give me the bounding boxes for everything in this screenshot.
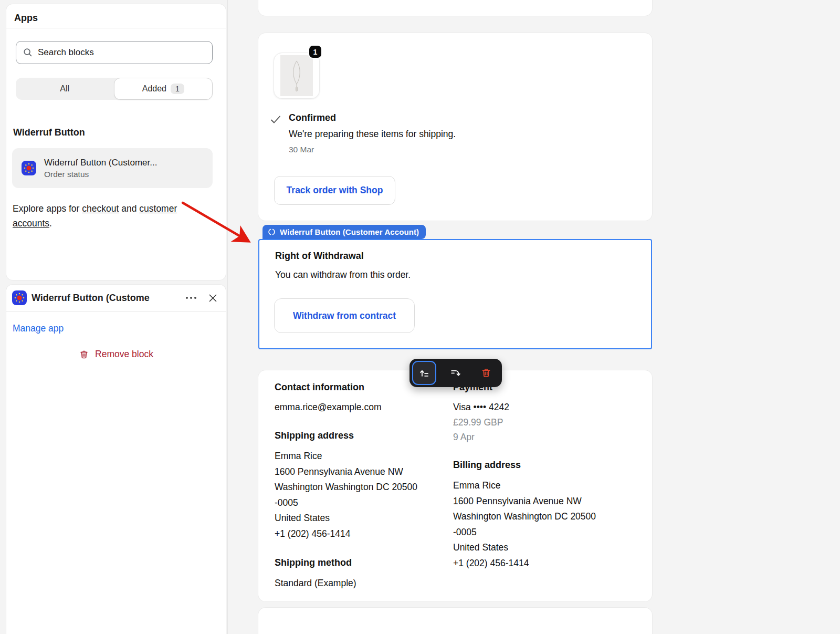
search-icon [23,47,33,58]
remove-block-label: Remove block [95,349,153,360]
shipping-address-line: Washington Washington DC 20500 [275,482,417,493]
widerruf-app-block[interactable]: Right of Withdrawal You can withdraw fro… [258,239,652,349]
order-status-title: Confirmed [289,112,336,123]
delete-block-button[interactable] [474,361,498,385]
app-icon [12,290,27,306]
app-block-list-item[interactable]: Widerruf Button (Customer... Order statu… [12,148,213,188]
shipping-address-line: Emma Rice [275,451,322,462]
manage-app-link[interactable]: Manage app [13,323,64,334]
checkout-link[interactable]: checkout [82,203,119,214]
block-settings-panel: Widerruf Button (Custome Manage app Remo… [6,285,226,634]
app-item-subtitle: Order status [44,170,157,179]
withdraw-button[interactable]: Withdraw from contract [274,298,415,333]
filter-tabs: All Added 1 [16,78,213,100]
explore-apps-text: Explore apps for checkout and customer a… [13,201,196,231]
tab-added[interactable]: Added 1 [114,78,213,100]
product-thumbnail [274,53,320,99]
order-status-message: We're preparing these items for shipping… [289,129,456,140]
billing-address-line: Washington Washington DC 20500 [453,511,596,522]
billing-address-line: United States [453,542,508,553]
billing-address-line: +1 (202) 456-1414 [453,558,529,569]
move-down-button[interactable] [443,361,467,385]
tab-added-count-badge: 1 [171,84,184,94]
block-settings-header: Widerruf Button (Custome [6,285,226,311]
shipping-address-line: +1 (202) 456-1414 [275,528,351,539]
payment-date: 9 Apr [453,432,475,443]
billing-address-line: 1600 Pennsylvania Avenue NW [453,496,582,507]
track-order-button[interactable]: Track order with Shop [274,176,395,205]
apps-panel-title: Apps [14,13,38,24]
search-placeholder: Search blocks [38,47,94,58]
explore-suffix: . [49,218,52,228]
order-status-card: 1 Confirmed We're preparing these items … [258,33,652,221]
next-card-edge [258,608,652,634]
shipping-method-value: Standard (Example) [275,578,356,589]
app-icon [21,160,37,176]
payment-card: Visa •••• 4242 [453,402,509,413]
selected-block-tag: Widerruf Button (Customer Account) [262,225,426,239]
shipping-address-heading: Shipping address [275,430,354,441]
sidebar-divider [227,0,228,634]
shipping-address-line: 1600 Pennsylvania Avenue NW [275,466,403,477]
shipping-address-line: -0005 [275,497,298,508]
quantity-badge: 1 [308,45,322,59]
contact-heading: Contact information [275,382,364,393]
checkmark-icon [269,113,282,128]
overflow-menu-icon[interactable] [186,297,196,299]
search-input[interactable]: Search blocks [16,41,213,64]
withdrawal-heading: Right of Withdrawal [275,251,364,262]
billing-address-heading: Billing address [453,460,521,471]
app-item-title: Widerruf Button (Customer... [44,158,157,168]
divider [6,28,226,28]
payment-amount: £29.99 GBP [453,417,503,428]
order-details-card: Contact information emma.rice@example.co… [258,370,652,601]
block-settings-title: Widerruf Button (Custome [32,293,161,304]
withdrawal-body: You can withdraw from this order. [275,269,411,280]
order-status-date: 30 Mar [289,145,314,154]
shipping-address-line: United States [275,513,330,524]
move-up-level-button[interactable] [412,361,436,385]
product-image [280,55,313,96]
contact-email: emma.rice@example.com [275,402,382,413]
tab-added-label: Added [142,84,166,93]
selected-block-tag-label: Widerruf Button (Customer Account) [280,227,419,236]
checkout-editor: { "sidebar": { "apps_panel": { "title": … [0,0,840,634]
billing-address-line: -0005 [453,527,477,538]
explore-prefix: Explore apps for [13,203,82,214]
tab-all[interactable]: All [16,78,114,100]
remove-block-button[interactable]: Remove block [6,349,226,360]
block-toolbar [410,359,502,387]
shipping-method-heading: Shipping method [275,557,352,568]
close-icon[interactable] [208,293,218,303]
previous-card-edge [258,0,652,16]
app-block-icon [268,228,276,236]
trash-icon [79,349,89,360]
apps-panel: Apps Search blocks All Added 1 Widerruf … [6,4,226,280]
explore-middle: and [119,203,139,214]
billing-address-line: Emma Rice [453,480,500,491]
app-section-title: Widerruf Button [13,127,85,138]
